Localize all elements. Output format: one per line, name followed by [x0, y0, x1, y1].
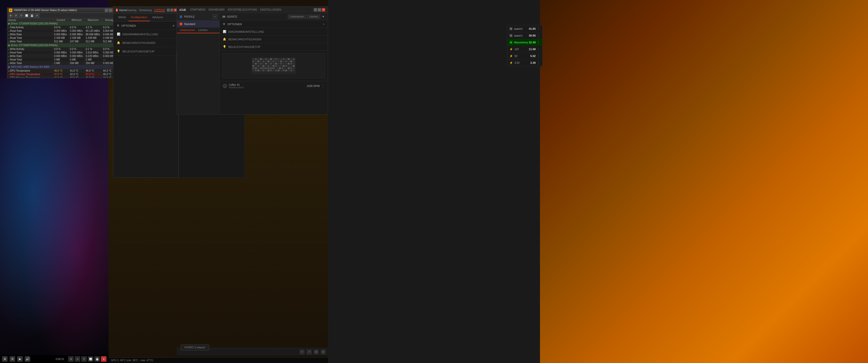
optionen-row[interactable]: ⚙ OPTIONEN ▸: [220, 21, 328, 28]
radeon-nav-leistung[interactable]: Leistung: [154, 8, 165, 12]
svg-rect-13: [283, 58, 285, 60]
radeon-close[interactable]: ✕: [174, 8, 177, 11]
minimize-button[interactable]: ─: [105, 8, 108, 12]
icue-nav-startmenu[interactable]: STARTMENÜ: [190, 8, 206, 11]
sensor-icon-spawn1: ⊞: [509, 34, 513, 37]
5v-label: 5V: [515, 55, 530, 58]
icue-minimize[interactable]: ─: [314, 8, 317, 11]
svg-rect-74: [279, 67, 281, 69]
settings-toolbar-btn[interactable]: ⚙: [8, 13, 13, 18]
svg-rect-51: [293, 63, 295, 65]
loeschen-btn[interactable]: Löschen: [307, 14, 320, 19]
icue-nav-einstellungen[interactable]: EINSTELLUNGEN: [260, 8, 281, 11]
spawn2-value: 41.85: [529, 27, 536, 30]
svg-rect-92: [283, 70, 285, 71]
taskbar-btn-close[interactable]: ✕: [101, 356, 106, 362]
benachrichtigungen-row[interactable]: 🔔 BENACHRICHTIGUNGEN: [220, 36, 328, 43]
sidebar-item-diagramm[interactable]: 📊 DIAGRAMMDARSTELLUNG: [113, 30, 178, 39]
spawn1-dots[interactable]: ⋮: [537, 34, 540, 38]
profile-add-button[interactable]: +: [213, 14, 217, 19]
icue-titlebar: iCUE STARTMENÜ DASHBOARD SOFORTBELEUCHTU…: [177, 6, 328, 13]
graph-toolbar-btn[interactable]: 📊: [24, 13, 29, 18]
tab-metrik[interactable]: Metrik: [116, 13, 128, 21]
wassertemp-label: Wassertemp: [514, 41, 529, 44]
table-row: ●Read Rate 0.000 MB/s 0.000 MB/s 60.120 …: [7, 29, 118, 33]
radeon-nav-streaming[interactable]: Streaming: [139, 8, 152, 11]
tab-loeschen[interactable]: Löschen: [196, 28, 209, 33]
taskbar-icon-3[interactable]: ▶: [17, 356, 23, 362]
benachrichtigungen-row-icon: 🔔: [223, 38, 226, 41]
luefter-label: Lüfter #1: [229, 83, 244, 86]
svg-rect-58: [268, 65, 270, 67]
profile-section-header: 👤 PROFILE +: [177, 13, 219, 21]
33v-dots[interactable]: ⋮: [537, 61, 540, 65]
umbenennen-btn[interactable]: Umbenennen: [288, 14, 306, 19]
max-val: 88.008 MB/s: [85, 33, 102, 36]
taskbar-btn-graph[interactable]: 📊: [88, 356, 93, 362]
radeon-maximize[interactable]: □: [170, 8, 173, 11]
close-toolbar-btn[interactable]: ✕: [35, 13, 39, 18]
diagramm-row[interactable]: 📊 DIAGRAMMDARSTELLUNG: [220, 28, 328, 36]
taskbar-icon-4[interactable]: 🔊: [25, 356, 30, 362]
luefter-value: 1036 RPM: [307, 85, 320, 88]
5v-dots[interactable]: ⋮: [537, 54, 540, 58]
maximize-button[interactable]: □: [109, 8, 112, 12]
beleuchtung-label: BELEUCHTUNGSSETUP: [122, 50, 154, 53]
svg-rect-14: [285, 58, 287, 60]
action-icon-4[interactable]: ⊟: [321, 350, 326, 354]
svg-rect-11: [278, 58, 280, 60]
sidebar-item-benachrichtigungen[interactable]: 🔔 BENACHRICHTIGUNGEN: [113, 39, 178, 47]
luefter-icon: ⊕: [223, 84, 227, 88]
wassertemp-dots[interactable]: ⋮: [537, 40, 540, 44]
tab-advisors[interactable]: Advisors: [150, 13, 165, 21]
taskbar-btn-settings[interactable]: ⚙: [68, 356, 74, 362]
col-sensor: Sensor: [7, 19, 53, 22]
action-icon-2[interactable]: ↗: [307, 350, 311, 354]
spawn2-dots[interactable]: ⋮: [537, 27, 540, 31]
radeon-minimize[interactable]: ─: [167, 8, 170, 11]
svg-rect-94: [288, 70, 290, 71]
svg-rect-22: [262, 61, 265, 62]
beleuchtungssetup-row[interactable]: 💡 BELEUCHTUNGSSETUP: [220, 43, 328, 51]
tab-konfiguration[interactable]: Konfiguration: [128, 13, 150, 21]
svg-rect-26: [273, 61, 275, 62]
reset-toolbar-btn[interactable]: ↺: [13, 13, 18, 18]
icue-close[interactable]: ✕: [322, 8, 325, 11]
svg-rect-42: [270, 63, 272, 65]
luefter-dots[interactable]: ⋮: [321, 84, 325, 88]
icue-logo: iCUE: [179, 8, 186, 11]
hydro-x-button[interactable]: HYDRO X erkannt: [181, 344, 209, 351]
tab-umbenennen[interactable]: Umbenennen: [178, 28, 196, 33]
svg-rect-39: [262, 63, 265, 65]
min-val: 247 MB: [69, 40, 85, 43]
max-val: 2 MB: [85, 58, 102, 62]
min-val: 266 MB: [69, 62, 85, 65]
max-val: 47.0 °C: [85, 73, 102, 76]
led-icon: ●: [8, 56, 9, 57]
profile-item-standard[interactable]: Standard: [177, 21, 219, 28]
action-icon-1[interactable]: ↩: [300, 350, 304, 354]
device-preview: [222, 53, 325, 78]
svg-rect-49: [288, 63, 290, 65]
radeon-nav-home[interactable]: Home: [119, 8, 127, 11]
sidebar-item-beleuchtung[interactable]: 💡 BELEUCHTUNGSSETUP: [113, 47, 178, 56]
icue-nav-dashboard[interactable]: DASHBOARD: [209, 8, 224, 11]
beleuchtung-icon: 💡: [117, 50, 120, 53]
taskbar-icon-2[interactable]: ⚙: [9, 356, 15, 362]
sidebar-item-optionen[interactable]: ⚙ OPTIONEN ▶: [113, 22, 178, 30]
geraete-collapse[interactable]: ▼: [321, 14, 325, 19]
icue-maximize[interactable]: □: [318, 8, 321, 11]
icue-nav-sofort[interactable]: SOFORTBELEUCHTUNG: [227, 8, 257, 11]
radeon-window-left: ▲ Home Gaming Streaming Leistung ─ □ ✕ M…: [113, 6, 179, 178]
clock-toolbar-btn[interactable]: ⏱: [19, 13, 24, 18]
12v-dots[interactable]: ⋮: [537, 47, 540, 51]
taskbar-btn-clock[interactable]: ⏱: [81, 356, 87, 362]
taskbar-icon-1[interactable]: 🖥: [2, 356, 7, 362]
taskbar-btn-export[interactable]: 💾: [94, 356, 100, 362]
svg-rect-16: [290, 58, 292, 60]
action-icon-3[interactable]: ⊞: [314, 350, 318, 354]
radeon-nav-gaming[interactable]: Gaming: [127, 8, 136, 11]
svg-rect-21: [260, 61, 262, 62]
taskbar-btn-reset[interactable]: ↺: [75, 356, 80, 362]
export-toolbar-btn[interactable]: 💾: [30, 13, 34, 18]
